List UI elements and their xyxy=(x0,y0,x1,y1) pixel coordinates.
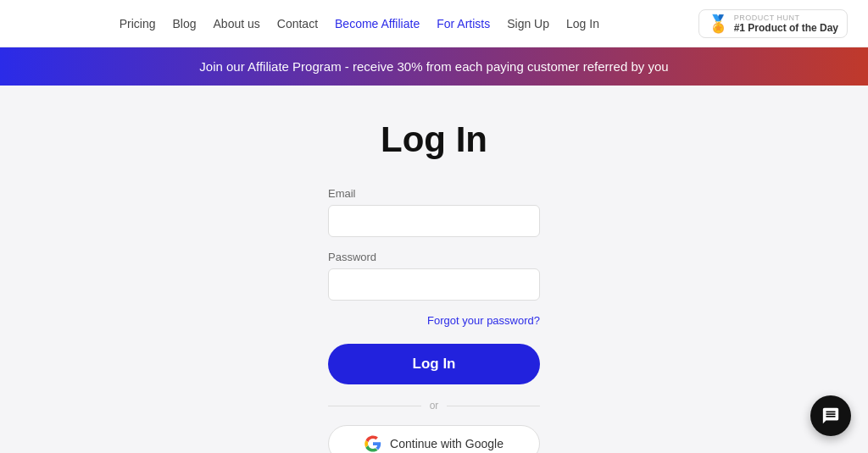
product-hunt-badge[interactable]: 🏅 PRODUCT HUNT #1 Product of the Day xyxy=(698,9,848,38)
email-label: Email xyxy=(328,187,540,200)
divider: or xyxy=(328,400,540,412)
chat-icon xyxy=(821,406,840,425)
google-button-label: Continue with Google xyxy=(390,437,504,450)
ph-label: PRODUCT HUNT xyxy=(734,14,838,22)
google-icon xyxy=(364,435,381,452)
divider-text: or xyxy=(430,400,439,412)
password-group: Password xyxy=(328,251,540,301)
password-label: Password xyxy=(328,251,540,263)
medal-icon: 🏅 xyxy=(708,14,729,34)
nav-signup[interactable]: Sign Up xyxy=(507,17,549,30)
navbar: Pricing Blog About us Contact Become Aff… xyxy=(0,0,868,47)
nav-login[interactable]: Log In xyxy=(566,17,599,30)
nav-affiliate[interactable]: Become Affiliate xyxy=(335,17,420,30)
email-input[interactable] xyxy=(328,205,540,237)
banner-text: Join our Affiliate Program - receive 30%… xyxy=(199,59,668,74)
divider-line-right xyxy=(447,406,540,406)
password-input[interactable] xyxy=(328,268,540,301)
nav-about[interactable]: About us xyxy=(214,17,260,30)
login-form: Email Password Forgot your password? Log… xyxy=(328,187,540,453)
chat-bubble-button[interactable] xyxy=(810,395,851,436)
affiliate-banner[interactable]: Join our Affiliate Program - receive 30%… xyxy=(0,47,868,86)
google-login-button[interactable]: Continue with Google xyxy=(328,425,540,453)
main-content: Log In Email Password Forgot your passwo… xyxy=(0,86,868,453)
page-title: Log In xyxy=(381,119,487,160)
nav-contact[interactable]: Contact xyxy=(277,17,318,30)
login-button[interactable]: Log In xyxy=(328,344,540,384)
nav-pricing[interactable]: Pricing xyxy=(120,17,156,30)
nav-artists[interactable]: For Artists xyxy=(437,17,490,30)
ph-title: #1 Product of the Day xyxy=(734,22,838,34)
nav-links: Pricing Blog About us Contact Become Aff… xyxy=(120,17,599,30)
ph-text: PRODUCT HUNT #1 Product of the Day xyxy=(734,14,838,34)
forgot-password-link[interactable]: Forgot your password? xyxy=(328,314,540,327)
nav-blog[interactable]: Blog xyxy=(172,17,196,30)
divider-line-left xyxy=(328,406,421,406)
email-group: Email xyxy=(328,187,540,237)
